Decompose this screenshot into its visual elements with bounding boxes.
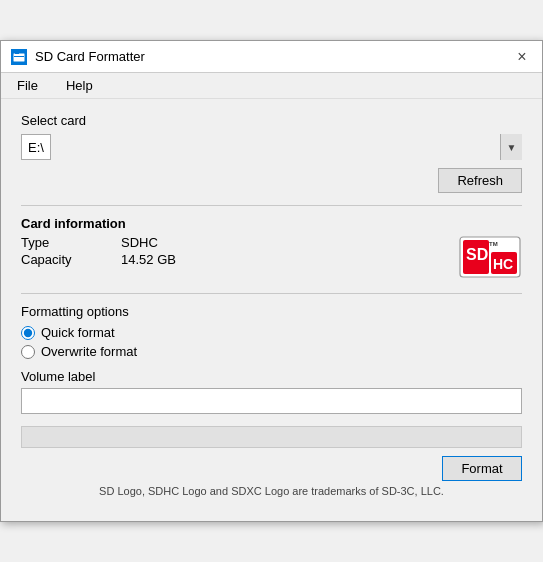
svg-text:HC: HC — [493, 256, 513, 272]
progress-bar — [21, 426, 522, 448]
overwrite-format-label[interactable]: Overwrite format — [41, 344, 137, 359]
quick-format-row: Quick format — [21, 325, 522, 340]
footer-note: SD Logo, SDHC Logo and SDXC Logo are tra… — [21, 485, 522, 507]
quick-format-radio[interactable] — [21, 326, 35, 340]
main-content: Select card E:\ ▼ Refresh Card informati… — [1, 99, 542, 521]
capacity-value: 14.52 GB — [121, 252, 176, 267]
info-row-type: Type SDHC — [21, 235, 458, 250]
volume-label-title: Volume label — [21, 369, 522, 384]
overwrite-format-row: Overwrite format — [21, 344, 522, 359]
menu-help[interactable]: Help — [60, 76, 99, 95]
type-value: SDHC — [121, 235, 158, 250]
svg-rect-0 — [13, 53, 25, 62]
app-icon — [11, 49, 27, 65]
formatting-title: Formatting options — [21, 304, 522, 319]
divider-1 — [21, 205, 522, 206]
divider-2 — [21, 293, 522, 294]
card-info-rows: Type SDHC Capacity 14.52 GB — [21, 235, 458, 269]
close-button[interactable]: × — [512, 47, 532, 67]
menu-file[interactable]: File — [11, 76, 44, 95]
window-title: SD Card Formatter — [35, 49, 145, 64]
svg-text:SD: SD — [466, 246, 488, 263]
main-window: SD Card Formatter × File Help Select car… — [0, 40, 543, 522]
footer-btn-row: Format — [21, 448, 522, 485]
format-button[interactable]: Format — [442, 456, 522, 481]
sdhc-logo: SD TM HC — [458, 235, 522, 279]
refresh-row: Refresh — [21, 168, 522, 193]
card-info-row: Type SDHC Capacity 14.52 GB — [21, 235, 522, 279]
capacity-label: Capacity — [21, 252, 121, 267]
title-bar-left: SD Card Formatter — [11, 49, 145, 65]
menu-bar: File Help — [1, 73, 542, 99]
quick-format-label[interactable]: Quick format — [41, 325, 115, 340]
volume-label-section: Volume label — [21, 369, 522, 414]
svg-text:TM: TM — [489, 241, 498, 247]
select-card-label: Select card — [21, 113, 522, 128]
card-info-section: Card information Type SDHC Capacity 14.5… — [21, 216, 522, 279]
card-select[interactable]: E:\ — [21, 134, 51, 160]
info-row-capacity: Capacity 14.52 GB — [21, 252, 458, 267]
title-bar: SD Card Formatter × — [1, 41, 542, 73]
overwrite-format-radio[interactable] — [21, 345, 35, 359]
refresh-button[interactable]: Refresh — [438, 168, 522, 193]
volume-label-input[interactable] — [21, 388, 522, 414]
select-arrow-icon: ▼ — [500, 134, 522, 160]
select-card-row: E:\ ▼ — [21, 134, 522, 160]
svg-rect-2 — [14, 56, 24, 57]
formatting-section: Formatting options Quick format Overwrit… — [21, 304, 522, 359]
card-info-title: Card information — [21, 216, 522, 231]
select-wrapper: E:\ ▼ — [21, 134, 522, 160]
type-label: Type — [21, 235, 121, 250]
svg-rect-1 — [15, 51, 19, 54]
